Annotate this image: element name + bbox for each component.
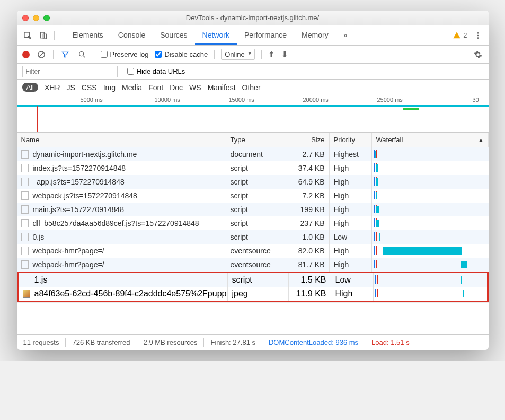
inspect-element-icon[interactable]: [22, 30, 33, 41]
wf-bar: [376, 220, 379, 227]
file-icon: [21, 191, 29, 200]
row-priority: High: [330, 216, 372, 230]
tab-sources[interactable]: Sources: [153, 27, 194, 44]
filter-input[interactable]: [22, 66, 118, 77]
row-waterfall: [372, 175, 489, 189]
table-row[interactable]: dll_b58c257da4aa56d89cef.js?ts=157227091…: [17, 216, 489, 230]
table-row[interactable]: webpack-hmr?page=/ eventsource 81.7 KB H…: [17, 258, 489, 272]
row-waterfall: [372, 147, 489, 161]
col-size[interactable]: Size: [287, 133, 330, 147]
row-type: script: [226, 161, 287, 175]
col-name[interactable]: Name: [17, 133, 226, 147]
type-css[interactable]: CSS: [82, 83, 97, 92]
row-priority: Low: [330, 230, 372, 244]
close-window-button[interactable]: [22, 15, 29, 21]
type-all[interactable]: All: [22, 83, 38, 92]
timeline-bar: [403, 108, 419, 110]
file-icon: [21, 219, 29, 228]
col-priority[interactable]: Priority: [330, 133, 372, 147]
file-icon: [21, 205, 29, 214]
clear-button[interactable]: [36, 49, 47, 60]
wf-bar: [461, 261, 467, 268]
table-row[interactable]: webpack-hmr?page=/ eventsource 82.0 KB H…: [17, 244, 489, 258]
type-xhr[interactable]: XHR: [45, 83, 60, 92]
status-finish: Finish: 27.81 s: [210, 338, 255, 346]
type-manifest[interactable]: Manifest: [208, 83, 236, 92]
row-type: script: [226, 216, 287, 230]
separator: [94, 50, 94, 59]
table-row[interactable]: 1.js script 1.5 KB Low: [19, 273, 487, 287]
table-row[interactable]: dynamic-import-nextjs.glitch.me document…: [17, 147, 489, 161]
svg-line-9: [83, 56, 85, 57]
devtools-window: DevTools - dynamic-import-nextjs.glitch.…: [17, 11, 489, 350]
table-row[interactable]: index.js?ts=1572270914848 script 37.4 KB…: [17, 161, 489, 175]
row-type: script: [226, 189, 287, 203]
kebab-menu-icon[interactable]: [473, 30, 483, 41]
tab-overflow[interactable]: »: [336, 27, 355, 44]
table-row[interactable]: main.js?ts=1572270914848 script 199 KB H…: [17, 203, 489, 216]
download-har-icon[interactable]: ⬇: [281, 50, 288, 59]
preserve-log-label: Preserve log: [110, 50, 149, 58]
table-row[interactable]: a84f63e5-62cd-456b-89f4-c2adddc4e575%2Fp…: [19, 287, 487, 301]
record-button[interactable]: [22, 51, 30, 58]
type-font[interactable]: Font: [148, 83, 163, 92]
highlighted-rows: 1.js script 1.5 KB Low a84f63e5-62cd-456…: [17, 272, 489, 302]
col-waterfall[interactable]: Waterfall▲: [372, 133, 489, 147]
row-type: document: [226, 147, 287, 161]
tab-memory[interactable]: Memory: [294, 27, 336, 44]
file-icon: [21, 164, 29, 172]
type-doc[interactable]: Doc: [170, 83, 183, 92]
timeline-overview[interactable]: 5000 ms 10000 ms 15000 ms 20000 ms 25000…: [17, 95, 489, 133]
col-type[interactable]: Type: [226, 133, 287, 147]
tab-elements[interactable]: Elements: [65, 27, 111, 44]
row-size: 1.0 KB: [287, 230, 330, 244]
svg-point-3: [477, 32, 479, 34]
type-media[interactable]: Media: [122, 83, 142, 92]
tab-network[interactable]: Network: [195, 27, 237, 44]
settings-gear-icon[interactable]: [473, 49, 483, 60]
file-icon: [23, 276, 30, 284]
separator: [54, 31, 55, 40]
search-icon[interactable]: [77, 49, 87, 60]
row-type: script: [226, 175, 287, 189]
table-row[interactable]: webpack.js?ts=1572270914848 script 7.2 K…: [17, 189, 489, 203]
upload-har-icon[interactable]: ⬆: [268, 50, 275, 59]
row-type: script: [228, 273, 289, 287]
row-name: 1.js: [34, 275, 48, 285]
filter-toggle-icon[interactable]: [60, 49, 70, 60]
separator: [214, 50, 215, 59]
type-js[interactable]: JS: [67, 83, 75, 92]
disable-cache-label: Disable cache: [164, 50, 208, 58]
row-name: index.js?ts=1572270914848: [33, 164, 126, 172]
row-waterfall: [372, 203, 489, 216]
row-priority: High: [330, 203, 372, 216]
preserve-log-checkbox[interactable]: Preserve log: [101, 50, 149, 58]
row-name: dll_b58c257da4aa56d89cef.js?ts=157227091…: [33, 219, 199, 228]
type-other[interactable]: Other: [242, 83, 261, 92]
row-size: 1.5 KB: [289, 273, 331, 287]
throttling-value: Online: [225, 50, 245, 58]
svg-point-8: [79, 51, 83, 56]
hide-data-urls-checkbox[interactable]: Hide data URLs: [127, 67, 185, 75]
minimize-window-button[interactable]: [33, 15, 39, 21]
wf-bar: [463, 290, 464, 298]
throttling-select[interactable]: Online: [221, 49, 255, 60]
disable-cache-checkbox[interactable]: Disable cache: [155, 50, 208, 58]
tab-performance[interactable]: Performance: [237, 27, 294, 44]
separator: [65, 338, 66, 347]
type-ws[interactable]: WS: [189, 83, 201, 92]
separator: [365, 338, 365, 347]
table-row[interactable]: _app.js?ts=1572270914848 script 64.9 KB …: [17, 175, 489, 189]
device-toggle-icon[interactable]: [38, 30, 49, 41]
maximize-window-button[interactable]: [43, 15, 50, 21]
tab-console[interactable]: Console: [111, 27, 153, 44]
table-row[interactable]: 0.js script 1.0 KB Low: [17, 230, 489, 244]
row-waterfall: [372, 161, 489, 175]
row-priority: High: [330, 161, 372, 175]
warnings-badge[interactable]: 2: [453, 31, 467, 40]
type-img[interactable]: Img: [103, 83, 116, 92]
wf-bar: [461, 276, 462, 284]
row-waterfall: [372, 244, 489, 258]
row-waterfall: [372, 189, 489, 203]
row-waterfall: [374, 287, 487, 301]
